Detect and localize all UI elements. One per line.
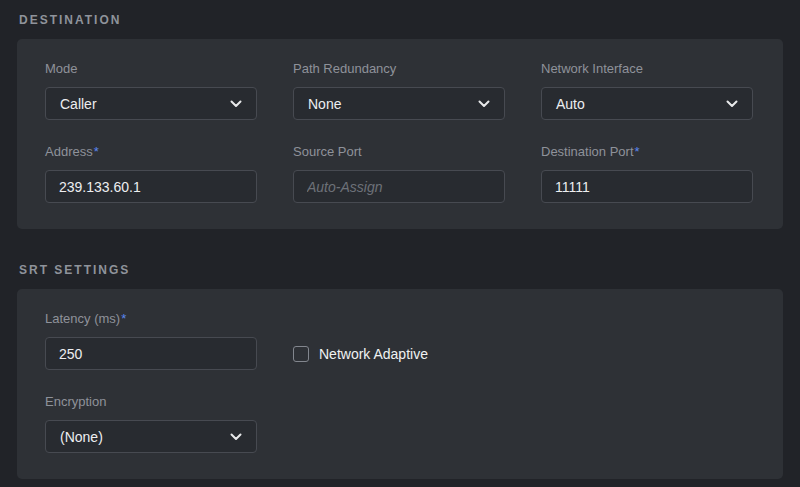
path-redundancy-select-value: None [308,96,341,112]
address-input[interactable] [45,170,257,203]
chevron-down-icon [230,433,242,441]
field-address: Address* [45,144,257,203]
field-network-interface: Network Interface Auto [541,61,753,120]
path-redundancy-label: Path Redundancy [293,61,505,77]
required-marker: * [94,144,99,159]
latency-label: Latency (ms)* [45,311,257,327]
required-marker: * [121,311,126,326]
address-label-text: Address [45,144,93,159]
srt-row-2: Encryption (None) [45,394,755,453]
chevron-down-icon [726,100,738,108]
section-destination: DESTINATION Mode Caller Path Redundancy … [17,13,783,229]
destination-port-label-text: Destination Port [541,144,634,159]
source-port-input[interactable] [293,170,505,203]
network-adaptive-checkbox-group[interactable]: Network Adaptive [293,337,428,370]
mode-label: Mode [45,61,257,77]
srt-row-1: Latency (ms)* Network Adaptive [45,311,755,370]
destination-port-input[interactable] [541,170,753,203]
field-latency: Latency (ms)* [45,311,257,370]
mode-label-text: Mode [45,61,78,76]
path-redundancy-label-text: Path Redundancy [293,61,396,76]
section-srt-settings: SRT SETTINGS Latency (ms)* Network Adapt… [17,263,783,479]
settings-page: DESTINATION Mode Caller Path Redundancy … [0,0,800,479]
latency-input[interactable] [45,337,257,370]
network-interface-label: Network Interface [541,61,753,77]
encryption-label-text: Encryption [45,394,106,409]
encryption-label: Encryption [45,394,257,410]
network-interface-select[interactable]: Auto [541,87,753,120]
encryption-select[interactable]: (None) [45,420,257,453]
path-redundancy-select[interactable]: None [293,87,505,120]
latency-label-text: Latency (ms) [45,311,120,326]
destination-port-label: Destination Port* [541,144,753,160]
mode-select[interactable]: Caller [45,87,257,120]
destination-section-title: DESTINATION [19,13,783,27]
destination-row-1: Mode Caller Path Redundancy None Network… [45,61,755,120]
srt-settings-panel: Latency (ms)* Network Adaptive Encryptio… [17,289,783,479]
network-adaptive-checkbox-label: Network Adaptive [319,346,428,362]
network-interface-select-value: Auto [556,96,585,112]
destination-panel: Mode Caller Path Redundancy None Network… [17,39,783,229]
mode-select-value: Caller [60,96,97,112]
field-destination-port: Destination Port* [541,144,753,203]
field-encryption: Encryption (None) [45,394,257,453]
encryption-select-value: (None) [60,429,103,445]
field-path-redundancy: Path Redundancy None [293,61,505,120]
source-port-label: Source Port [293,144,505,160]
chevron-down-icon [230,100,242,108]
required-marker: * [635,144,640,159]
network-adaptive-checkbox[interactable] [293,346,309,362]
field-source-port: Source Port [293,144,505,203]
srt-settings-section-title: SRT SETTINGS [19,263,783,277]
address-label: Address* [45,144,257,160]
network-interface-label-text: Network Interface [541,61,643,76]
field-mode: Mode Caller [45,61,257,120]
chevron-down-icon [478,100,490,108]
source-port-label-text: Source Port [293,144,362,159]
destination-row-2: Address* Source Port Destination Port* [45,144,755,203]
